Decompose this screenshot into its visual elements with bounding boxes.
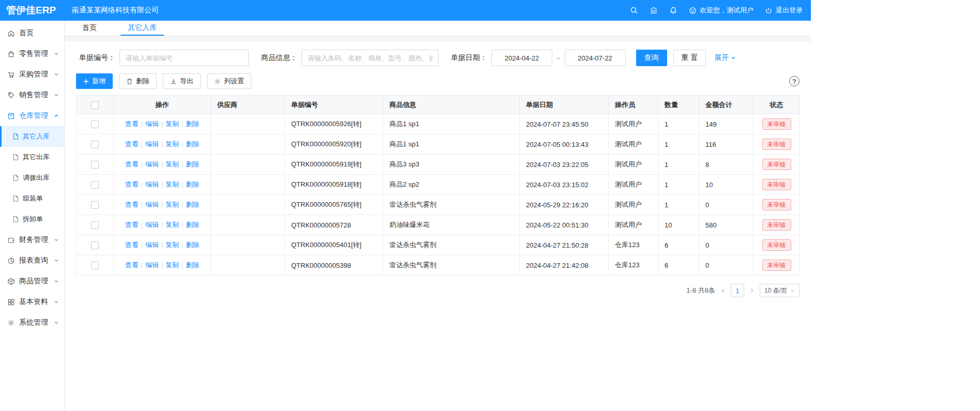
edit-link[interactable]: 编辑 (145, 201, 159, 208)
view-link[interactable]: 查看 (125, 160, 139, 168)
bell-icon[interactable] (669, 6, 677, 14)
date-start-input[interactable] (491, 50, 552, 66)
row-delete-link[interactable]: 删除 (186, 221, 199, 229)
view-link[interactable]: 查看 (125, 241, 139, 249)
bill-date-cell: 2024-07-07 23:45:50 (520, 114, 609, 134)
sidebar-item-other-inbound[interactable]: 其它入库 (0, 126, 64, 147)
sidebar-item-basic-data[interactable]: 基本资料 (0, 292, 64, 312)
supplier-cell (211, 114, 285, 134)
help-icon[interactable]: ? (789, 76, 800, 86)
sidebar-item-home[interactable]: 首页 (0, 23, 64, 43)
sidebar-item-transfer-outbound[interactable]: 调拨出库 (0, 168, 64, 188)
action-separator: | (182, 181, 183, 188)
edit-link[interactable]: 编辑 (145, 160, 159, 168)
row-checkbox[interactable] (91, 221, 99, 229)
edit-link[interactable]: 编辑 (145, 261, 159, 269)
copy-link[interactable]: 复制 (165, 120, 179, 128)
page-size-select[interactable]: 10 条/页 (760, 284, 800, 297)
row-delete-link[interactable]: 删除 (186, 201, 199, 208)
edit-link[interactable]: 编辑 (145, 180, 159, 188)
operator-cell: 测试用户 (609, 114, 658, 134)
sidebar-item-system[interactable]: 系统管理 (0, 312, 64, 333)
copy-link[interactable]: 复制 (165, 241, 179, 249)
action-separator: | (182, 241, 183, 249)
sidebar-item-reports[interactable]: 报表查询 (0, 250, 64, 271)
date-separator: ~ (556, 54, 561, 62)
actions-cell: 查看|编辑|复制|删除 (114, 215, 211, 235)
row-delete-link[interactable]: 删除 (186, 261, 199, 269)
delete-button[interactable]: 删除 (119, 73, 157, 89)
edit-link[interactable]: 编辑 (145, 221, 159, 229)
box-icon (7, 278, 15, 285)
expand-link[interactable]: 展开 (714, 53, 736, 63)
select-all-checkbox[interactable] (91, 101, 99, 109)
view-link[interactable]: 查看 (125, 180, 139, 188)
product-info-input[interactable] (301, 50, 439, 66)
edit-link[interactable]: 编辑 (145, 120, 159, 128)
row-delete-link[interactable]: 删除 (186, 140, 199, 148)
copy-link[interactable]: 复制 (165, 180, 179, 188)
amount-cell: 580 (699, 215, 753, 235)
action-separator: | (182, 120, 183, 128)
action-separator: | (182, 161, 183, 168)
prev-page-button[interactable] (720, 288, 726, 293)
copy-link[interactable]: 复制 (165, 201, 179, 208)
copy-link[interactable]: 复制 (165, 140, 179, 148)
column-settings-button[interactable]: 列设置 (207, 73, 251, 89)
sidebar-item-purchase[interactable]: 采购管理 (0, 64, 64, 85)
sidebar-item-assembly[interactable]: 组装单 (0, 188, 64, 209)
qty-cell: 10 (658, 215, 699, 235)
sidebar-item-finance[interactable]: 财务管理 (0, 230, 64, 250)
qty-cell: 1 (658, 195, 699, 215)
welcome-user[interactable]: 欢迎您，测试用户 (689, 6, 753, 15)
document-icon (12, 216, 19, 223)
action-separator: | (182, 221, 183, 229)
row-checkbox[interactable] (91, 141, 99, 148)
search-icon[interactable] (630, 6, 638, 14)
view-link[interactable]: 查看 (125, 261, 139, 269)
bank-icon[interactable] (650, 6, 658, 14)
row-checkbox[interactable] (91, 201, 99, 209)
row-delete-link[interactable]: 删除 (186, 241, 199, 249)
date-end-input[interactable] (565, 50, 626, 66)
row-checkbox[interactable] (91, 262, 99, 269)
sidebar-item-other-outbound[interactable]: 其它出库 (0, 147, 64, 168)
copy-link[interactable]: 复制 (165, 160, 179, 168)
tab-other-inbound[interactable]: 其它入库 (120, 21, 164, 36)
bill-no-input[interactable] (119, 50, 249, 66)
chevron-down-icon (54, 320, 59, 325)
view-link[interactable]: 查看 (125, 140, 139, 148)
row-checkbox[interactable] (91, 181, 99, 189)
logout-button[interactable]: 退出登录 (765, 6, 803, 15)
tab-home[interactable]: 首页 (81, 21, 98, 36)
search-button[interactable]: 查询 (636, 50, 667, 66)
row-checkbox[interactable] (91, 161, 99, 169)
row-delete-link[interactable]: 删除 (186, 120, 199, 128)
sidebar-item-sales[interactable]: 销售管理 (0, 85, 64, 105)
view-link[interactable]: 查看 (125, 120, 139, 128)
add-button[interactable]: 新增 (76, 73, 113, 89)
sidebar-item-retail[interactable]: 零售管理 (0, 43, 64, 64)
edit-link[interactable]: 编辑 (145, 140, 159, 148)
bill-date-cell: 2024-04-27 21:42:08 (520, 255, 609, 276)
sidebar-item-disassembly[interactable]: 拆卸单 (0, 209, 64, 230)
copy-link[interactable]: 复制 (165, 261, 179, 269)
row-delete-link[interactable]: 删除 (186, 180, 199, 188)
edit-link[interactable]: 编辑 (145, 241, 159, 249)
view-link[interactable]: 查看 (125, 201, 139, 208)
copy-link[interactable]: 复制 (165, 221, 179, 229)
row-checkbox[interactable] (91, 120, 99, 128)
reset-button[interactable]: 重 置 (673, 50, 706, 66)
sidebar-item-warehouse[interactable]: 仓库管理 (0, 105, 64, 126)
bill-date-label: 单据日期： (451, 53, 487, 63)
view-link[interactable]: 查看 (125, 221, 139, 229)
action-separator: | (182, 141, 183, 148)
current-page[interactable]: 1 (731, 284, 744, 297)
status-badge: 未审核 (762, 179, 791, 190)
row-delete-link[interactable]: 删除 (186, 160, 199, 168)
sidebar-item-products[interactable]: 商品管理 (0, 271, 64, 292)
export-button[interactable]: 导出 (163, 73, 201, 89)
row-checkbox[interactable] (91, 241, 99, 249)
next-page-button[interactable] (749, 288, 755, 293)
chevron-down-icon (54, 72, 59, 77)
